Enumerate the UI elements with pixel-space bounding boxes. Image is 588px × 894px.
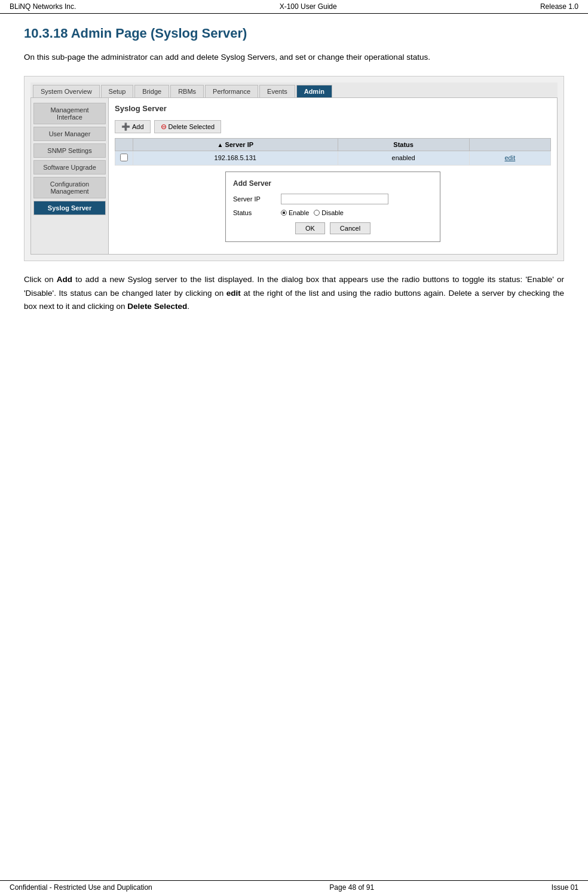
sidebar-item-snmp-settings[interactable]: SNMP Settings: [33, 143, 106, 158]
enable-radio-filled: [281, 210, 287, 216]
footer-right: Issue 01: [552, 883, 578, 892]
disable-radio-empty: [314, 210, 320, 216]
tab-system-overview[interactable]: System Overview: [33, 85, 100, 97]
tab-events[interactable]: Events: [259, 85, 295, 97]
server-table: ▲ Server IP Status 192.168.5.13: [115, 138, 551, 166]
enable-option[interactable]: Enable: [281, 209, 309, 216]
server-ip-label: Server IP: [233, 195, 281, 203]
footer-left: Confidential - Restricted Use and Duplic…: [10, 883, 152, 892]
sidebar-item-management-interface[interactable]: Management Interface: [33, 103, 106, 124]
intro-paragraph: On this sub-page the administrator can a…: [24, 51, 564, 64]
page-footer: Confidential - Restricted Use and Duplic…: [0, 880, 588, 894]
col-server-ip-label: Server IP: [225, 141, 253, 148]
status-radio-group: Enable Disable: [281, 209, 344, 216]
sidebar-item-user-manager[interactable]: User Manager: [33, 127, 106, 141]
add-button-label: Add: [132, 123, 144, 130]
sidebar-item-syslog-server[interactable]: Syslog Server: [33, 201, 106, 215]
toolbar: ➕ Add ⊖ Delete Selected: [115, 120, 551, 133]
tab-performance[interactable]: Performance: [205, 85, 258, 97]
col-server-ip: ▲ Server IP: [133, 138, 338, 151]
col-action: [469, 138, 550, 151]
row-checkbox-cell: [115, 151, 133, 165]
page-title: 10.3.18 Admin Page (Syslog Server): [24, 26, 564, 41]
header-left: BLiNQ Networks Inc.: [10, 2, 76, 11]
dialog-buttons: OK Cancel: [233, 222, 433, 234]
enable-label: Enable: [289, 209, 309, 216]
body-delete-bold: Delete Selected: [127, 302, 187, 311]
tab-bridge[interactable]: Bridge: [134, 85, 169, 97]
header-right: Release 1.0: [540, 2, 578, 11]
content-area: Management Interface User Manager SNMP S…: [30, 97, 558, 255]
row-status: enabled: [338, 151, 469, 165]
row-checkbox[interactable]: [120, 154, 128, 161]
tab-rbms[interactable]: RBMs: [170, 85, 204, 97]
header-center: X-100 User Guide: [280, 2, 337, 11]
row-action-cell: edit: [469, 151, 550, 165]
edit-link[interactable]: edit: [504, 154, 515, 161]
row-server-ip: 192.168.5.131: [133, 151, 338, 165]
col-status: Status: [338, 138, 469, 151]
sidebar-item-software-upgrade[interactable]: Software Upgrade: [33, 160, 106, 174]
main-content: 10.3.18 Admin Page (Syslog Server) On th…: [0, 14, 588, 326]
tab-admin[interactable]: Admin: [296, 85, 332, 97]
cancel-button[interactable]: Cancel: [330, 222, 370, 234]
body-edit-bold: edit: [226, 289, 241, 298]
ok-button[interactable]: OK: [295, 222, 325, 234]
sidebar: Management Interface User Manager SNMP S…: [31, 98, 109, 254]
tab-bar: System Overview Setup Bridge RBMs Perfor…: [30, 82, 558, 97]
sort-arrow-icon: ▲: [217, 142, 223, 148]
sidebar-item-configuration-management[interactable]: Configuration Management: [33, 177, 106, 198]
status-row: Status Enable Disable: [233, 209, 433, 216]
disable-option[interactable]: Disable: [314, 209, 344, 216]
panel-title: Syslog Server: [115, 104, 551, 115]
table-row: 192.168.5.131 enabled edit: [115, 151, 551, 165]
delete-selected-button[interactable]: ⊖ Delete Selected: [154, 120, 222, 133]
add-server-dialog: Add Server Server IP Status Enable: [225, 172, 440, 242]
col-checkbox: [115, 138, 133, 151]
body-paragraph: Click on Add to add a new Syslog server …: [24, 273, 564, 314]
plus-icon: ➕: [121, 123, 130, 131]
footer-center: Page 48 of 91: [329, 883, 374, 892]
dialog-title: Add Server: [233, 179, 433, 188]
tab-setup[interactable]: Setup: [101, 85, 134, 97]
server-ip-row: Server IP: [233, 194, 433, 204]
page-header: BLiNQ Networks Inc. X-100 User Guide Rel…: [0, 0, 588, 14]
disable-label: Disable: [321, 209, 344, 216]
ui-screenshot: System Overview Setup Bridge RBMs Perfor…: [24, 76, 564, 261]
body-part4: .: [187, 302, 189, 311]
main-panel: Syslog Server ➕ Add ⊖ Delete Selected: [109, 98, 557, 254]
body-add-bold: Add: [57, 275, 72, 284]
add-button[interactable]: ➕ Add: [115, 120, 151, 133]
server-ip-input[interactable]: [281, 194, 388, 204]
body-part1: Click on: [24, 275, 57, 284]
delete-icon: ⊖: [161, 123, 167, 131]
status-label: Status: [233, 209, 281, 216]
delete-button-label: Delete Selected: [169, 123, 215, 130]
